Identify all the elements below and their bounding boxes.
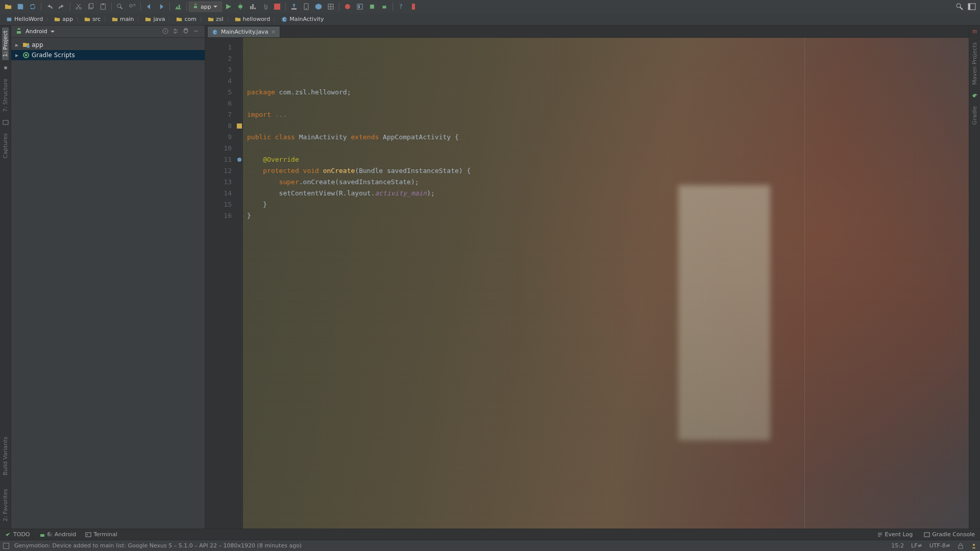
tool-buildvariants-tab[interactable]: Build Variants — [2, 434, 9, 479]
line-number: 1 — [205, 42, 232, 53]
tool-android-tab[interactable]: 6: Android — [37, 531, 79, 538]
tool-maven-tab[interactable]: Maven Projects — [971, 39, 978, 88]
scroll-to-source-icon[interactable] — [162, 28, 170, 36]
redo-icon[interactable] — [57, 2, 67, 12]
android-icon — [15, 28, 22, 35]
tool-captures-tab[interactable]: Captures — [2, 130, 9, 161]
layout-icon[interactable] — [355, 2, 365, 12]
profile-icon[interactable] — [248, 2, 258, 12]
run-config-combo[interactable]: app — [189, 2, 222, 12]
forward-icon[interactable] — [156, 2, 166, 12]
line-number: 7 — [205, 109, 232, 120]
disclosure-icon[interactable]: ▸ — [15, 41, 20, 48]
svg-rect-15 — [358, 5, 360, 8]
breadcrumb-item[interactable]: HelloWord — [3, 16, 46, 22]
close-icon[interactable]: ✕ — [271, 29, 275, 35]
sync-icon[interactable] — [28, 2, 38, 12]
lock-icon[interactable] — [958, 543, 964, 549]
tool-gradle-tab[interactable]: Gradle — [971, 103, 978, 128]
breadcrumb-item[interactable]: com — [173, 16, 200, 22]
cut-icon[interactable] — [74, 2, 84, 12]
svg-point-38 — [973, 544, 975, 546]
code-editor[interactable]: 12345678910111213141516 package com.zsl.… — [205, 38, 969, 529]
find-icon[interactable] — [115, 2, 125, 12]
breadcrumb-item[interactable]: src — [81, 16, 104, 22]
project-mode-label[interactable]: Android — [26, 28, 47, 35]
copy-icon[interactable] — [86, 2, 96, 12]
line-number: 13 — [205, 177, 232, 188]
build-icon[interactable] — [173, 2, 183, 12]
collapse-all-icon[interactable] — [172, 28, 180, 36]
breadcrumb-item[interactable]: helloword — [232, 16, 274, 22]
java-class-icon: C — [212, 29, 218, 35]
save-icon[interactable] — [15, 2, 26, 12]
svg-rect-16 — [370, 5, 374, 9]
svg-rect-5 — [102, 4, 104, 5]
project-tree[interactable]: ▸app▸Gradle Scripts — [11, 38, 205, 529]
breadcrumb-item[interactable]: java — [142, 16, 168, 22]
tool-eventlog-tab[interactable]: Event Log — [875, 531, 915, 538]
line-number: 6 — [205, 98, 232, 109]
paste-icon[interactable] — [98, 2, 108, 12]
chevron-down-icon — [213, 5, 217, 9]
file-encoding[interactable]: UTF-8≠ — [929, 542, 950, 549]
tool-structure-tab[interactable]: 7: Structure — [2, 76, 9, 115]
editor-tab[interactable]: C MainActivity.java ✕ — [207, 26, 280, 37]
device-icon[interactable] — [408, 2, 419, 12]
captures-decor-icon — [2, 119, 9, 126]
bottom-tool-bar: TODO 6: Android Terminal Event Log Gradl… — [0, 529, 980, 540]
breadcrumb-item[interactable]: zsl — [205, 16, 227, 22]
run-icon[interactable] — [223, 2, 233, 12]
undo-icon[interactable] — [44, 2, 55, 12]
line-number: 5 — [205, 87, 232, 98]
hide-icon[interactable] — [192, 28, 201, 36]
svg-rect-18 — [412, 4, 415, 10]
line-separator[interactable]: LF≠ — [911, 542, 922, 549]
genymotion-icon[interactable] — [342, 2, 353, 12]
panel-toggle-icon[interactable] — [967, 2, 977, 12]
hector-icon[interactable] — [971, 543, 977, 549]
disclosure-icon[interactable]: ▸ — [15, 52, 20, 59]
theme-icon[interactable] — [367, 2, 377, 12]
back-icon[interactable] — [144, 2, 154, 12]
tool-project-tab[interactable]: 1: Project — [2, 28, 9, 60]
attach-icon[interactable] — [260, 2, 270, 12]
open-icon[interactable] — [3, 2, 13, 12]
tree-item[interactable]: ▸Gradle Scripts — [11, 50, 205, 60]
structure-decor-icon — [2, 64, 9, 71]
tree-item[interactable]: ▸app — [11, 40, 205, 50]
help-icon[interactable]: ? — [396, 2, 406, 12]
gear-icon[interactable] — [182, 28, 190, 36]
breadcrumb-bar: HelloWord〉app〉src〉main〉java〉com〉zsl〉hell… — [0, 13, 980, 26]
sync-gradle-icon[interactable] — [289, 2, 299, 12]
breadcrumb-item[interactable]: main — [109, 16, 137, 22]
debug-icon[interactable] — [235, 2, 246, 12]
svg-point-34 — [237, 158, 241, 162]
sdk-icon[interactable] — [313, 2, 324, 12]
caret-position[interactable]: 15:2 — [891, 542, 904, 549]
svg-rect-9 — [274, 4, 280, 10]
adb-icon[interactable] — [379, 2, 389, 12]
replace-icon[interactable] — [127, 2, 137, 12]
ddm-icon[interactable] — [326, 2, 336, 12]
breadcrumb-item[interactable]: app — [51, 16, 76, 22]
status-message: Genymotion: Device added to main list: G… — [14, 542, 302, 549]
run-config-label: app — [201, 4, 211, 10]
svg-point-25 — [4, 66, 7, 69]
avd-icon[interactable] — [301, 2, 311, 12]
tool-terminal-tab[interactable]: Terminal — [83, 531, 119, 538]
svg-text:?: ? — [399, 3, 402, 10]
line-number: 11 — [205, 154, 232, 165]
svg-rect-21 — [968, 4, 970, 10]
stop-icon[interactable] — [272, 2, 282, 12]
override-gutter-icon — [237, 157, 242, 162]
search-everywhere-icon[interactable] — [954, 2, 965, 12]
tool-gradleconsole-tab[interactable]: Gradle Console — [922, 531, 977, 538]
line-number: 4 — [205, 76, 232, 87]
status-toggle-icon[interactable] — [3, 543, 9, 549]
tool-favorites-tab[interactable]: 2: Favorites — [2, 486, 9, 524]
svg-rect-3 — [89, 4, 93, 8]
tool-todo-tab[interactable]: TODO — [3, 531, 32, 538]
breadcrumb-item[interactable]: CMainActivity — [278, 16, 327, 22]
svg-point-7 — [130, 5, 132, 7]
